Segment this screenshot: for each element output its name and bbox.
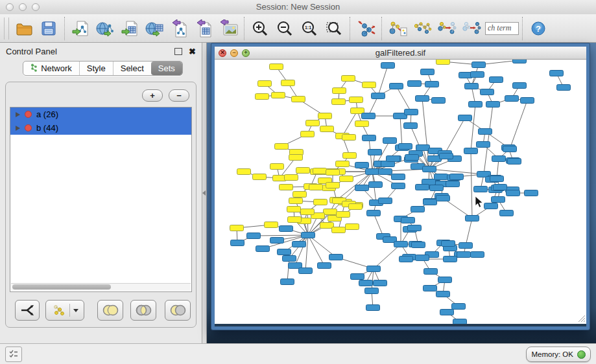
export-table-icon (195, 19, 213, 38)
network-desktop: ✕ − + galFiltered.sif (207, 43, 596, 343)
set-label: a (26) (36, 109, 58, 119)
intersect-sets-button[interactable] (130, 300, 156, 321)
network-canvas[interactable] (215, 60, 586, 324)
window-title: Session: New Session (0, 2, 596, 12)
export-network-button[interactable] (167, 16, 191, 41)
sets-list: a (26) b (44) (10, 107, 192, 292)
show-all-icon (462, 19, 481, 38)
zoom-one-to-one-icon: 1:1 (301, 20, 318, 37)
zoom-out-icon (276, 20, 293, 37)
network-window-titlebar[interactable]: ✕ − + galFiltered.sif (215, 47, 586, 60)
control-panel-header: Control Panel ✖ (0, 43, 202, 60)
zoom-selected-region-button[interactable] (322, 16, 346, 41)
first-neighbors-icon (412, 19, 432, 38)
toolbar-separator (381, 17, 382, 40)
network-graph[interactable] (215, 60, 586, 324)
zoom-selected-icon (326, 20, 342, 37)
main-toolbar: 1:1 ? (0, 14, 596, 43)
difference-sets-button[interactable] (165, 300, 191, 321)
import-table-file-button[interactable] (117, 16, 142, 41)
zoom-in-icon (252, 20, 268, 37)
svg-text:?: ? (536, 24, 541, 34)
import-network-file-icon (71, 19, 89, 38)
sets-panel: + − a (26) b (44) (5, 82, 197, 328)
toolbar-separator (64, 17, 65, 40)
zoom-in-button[interactable] (248, 16, 272, 41)
split-arrow-icon (19, 303, 35, 317)
open-session-button[interactable] (12, 16, 36, 41)
dropdown-caret-icon[interactable] (73, 309, 78, 312)
zoom-actual-size-button[interactable]: 1:1 (297, 16, 322, 41)
export-image-icon (219, 19, 238, 38)
zoom-out-button[interactable] (272, 16, 297, 41)
import-table-file-icon (121, 19, 139, 38)
toolbar-separator (522, 17, 523, 40)
memory-status-label: Memory: OK (531, 350, 573, 358)
tab-network[interactable]: Network (23, 62, 79, 75)
tab-select[interactable]: Select (113, 62, 151, 75)
save-session-button[interactable] (36, 16, 61, 41)
svg-text:1:1: 1:1 (305, 25, 311, 30)
union-sets-button[interactable] (97, 300, 123, 321)
show-all-button[interactable] (459, 16, 484, 41)
hide-selected-icon (437, 19, 457, 38)
application-window: Session: New Session (0, 0, 596, 364)
control-panel: Control Panel ✖ Network Style Select Set… (0, 43, 202, 343)
memory-status-button[interactable]: Memory: OK (526, 347, 591, 362)
disclosure-triangle-icon[interactable] (16, 126, 20, 131)
scrollbar-thumb[interactable] (12, 284, 111, 290)
help-icon: ? (530, 21, 546, 36)
network-window-title: galFiltered.sif (215, 48, 586, 58)
sets-actions (15, 300, 191, 321)
horizontal-scrollbar[interactable] (11, 283, 191, 291)
task-history-button[interactable] (5, 347, 22, 362)
memory-ok-indicator-icon (577, 350, 586, 359)
set-color-dot-icon (25, 124, 32, 131)
export-image-button[interactable] (216, 16, 241, 41)
control-panel-tabbar: Network Style Select Sets (10, 61, 195, 76)
globe-table-icon (145, 19, 164, 38)
yellow-network-icon (52, 304, 66, 317)
export-table-button[interactable] (191, 16, 216, 41)
disclosure-triangle-icon[interactable] (16, 112, 20, 117)
new-network-from-selection-button[interactable] (385, 16, 410, 41)
create-set-from-network-button[interactable] (45, 300, 84, 321)
list-item-set-b[interactable]: b (44) (10, 121, 191, 135)
layout-icon (356, 19, 375, 38)
import-network-web-button[interactable] (93, 16, 117, 41)
venn-intersection-icon (134, 303, 152, 317)
import-table-web-button[interactable] (142, 16, 167, 41)
venn-union-icon (101, 303, 119, 317)
import-network-file-button[interactable] (68, 16, 93, 41)
collapse-panel-arrow-icon[interactable] (202, 190, 206, 196)
tab-sets[interactable]: Sets (151, 62, 182, 75)
status-bar: Memory: OK (0, 343, 596, 364)
search-field-wrap (485, 22, 519, 35)
toolbar-separator (350, 17, 350, 40)
first-neighbors-button[interactable] (410, 16, 435, 41)
close-panel-icon[interactable]: ✖ (189, 47, 196, 56)
set-label: b (44) (36, 123, 58, 133)
apply-layout-button[interactable] (353, 16, 378, 41)
network-tab-icon (30, 63, 38, 74)
floppy-disk-icon (40, 20, 57, 37)
button-divider (69, 304, 70, 317)
toolbar-drag-handle[interactable] (4, 17, 9, 40)
add-set-button[interactable]: + (142, 89, 163, 102)
new-network-from-selection-icon (388, 19, 407, 38)
remove-set-button[interactable]: − (169, 89, 189, 102)
window-titlebar: Session: New Session (0, 0, 596, 15)
main-area: Control Panel ✖ Network Style Select Set… (0, 43, 596, 343)
float-panel-icon[interactable] (174, 48, 182, 55)
folder-icon (15, 20, 33, 37)
export-network-icon (170, 19, 188, 38)
split-set-button[interactable] (15, 300, 40, 321)
hide-selected-button[interactable] (435, 16, 459, 41)
search-input[interactable] (485, 22, 519, 35)
help-button[interactable]: ? (526, 16, 551, 41)
control-panel-title: Control Panel (6, 47, 57, 56)
network-view-window[interactable]: ✕ − + galFiltered.sif (211, 43, 590, 330)
tab-style[interactable]: Style (79, 62, 113, 75)
list-item-set-a[interactable]: a (26) (10, 108, 191, 121)
panel-splitter[interactable] (202, 43, 207, 343)
